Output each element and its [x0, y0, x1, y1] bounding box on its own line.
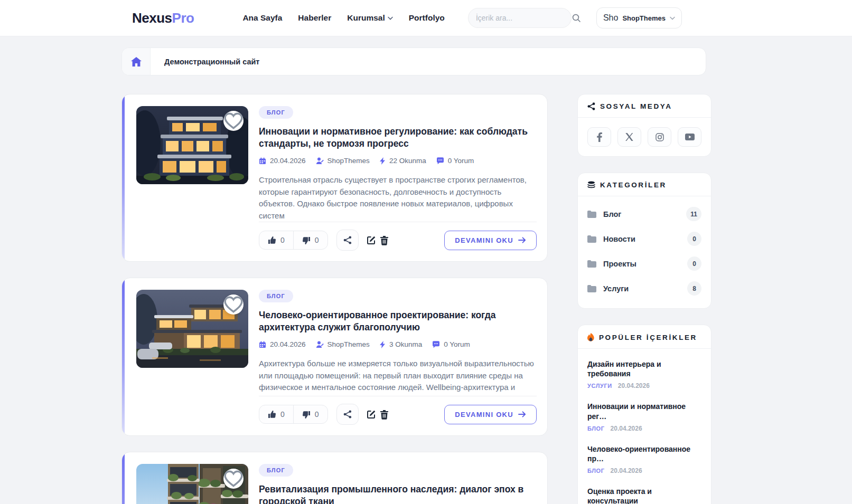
nav-item-ana-sayfa[interactable]: Ana Sayfa [242, 13, 282, 23]
share-button[interactable] [336, 230, 359, 251]
category-count-badge: 0 [687, 232, 701, 246]
trash-icon [380, 410, 389, 420]
post-list: БЛОГ Инновации и нормативное регулирован… [121, 94, 548, 504]
logo-part-2: Pro [172, 10, 194, 26]
post-title[interactable]: Инновации и нормативное регулирование: к… [259, 126, 537, 150]
chevron-down-icon [388, 16, 393, 20]
categories-box: KATEGORİLER Блог 11 Новости 0 Проекты 0 [577, 173, 711, 309]
calendar-icon [259, 157, 266, 165]
post-date: 20.04.2026 [259, 340, 306, 348]
layers-icon [587, 181, 595, 189]
search-input[interactable] [476, 14, 572, 22]
breadcrumb-current: Демонстрационный сайт [164, 58, 259, 66]
facebook-button[interactable] [587, 127, 611, 147]
popular-item-category: БЛОГ [587, 425, 605, 432]
category-badge[interactable]: БЛОГ [259, 464, 293, 477]
folder-icon [587, 235, 596, 243]
edit-button[interactable] [366, 410, 376, 420]
categories-header: KATEGORİLER [578, 173, 711, 196]
thumbs-down-icon [302, 236, 311, 244]
social-media-header: SOSYAL MEDYA [578, 94, 711, 118]
post-image-green-building[interactable] [136, 464, 248, 504]
social-buttons [578, 118, 711, 156]
theme-selector-value: ShopThemes [622, 14, 666, 22]
dislike-button[interactable]: 0 [293, 405, 327, 423]
instagram-icon [656, 133, 664, 141]
arrow-right-icon [518, 411, 526, 417]
breadcrumb-home-button[interactable] [122, 48, 151, 75]
category-badge[interactable]: БЛОГ [259, 290, 293, 302]
popular-item-category: УСЛУГИ [587, 383, 612, 389]
like-button[interactable]: 0 [259, 231, 293, 249]
card-accent-bar [122, 94, 125, 261]
breadcrumb: Демонстрационный сайт [121, 47, 706, 75]
edit-icon [366, 410, 376, 420]
share-button[interactable] [336, 404, 359, 425]
favorite-button[interactable] [223, 294, 244, 315]
social-media-box: SOSYAL MEDYA [577, 94, 711, 157]
post-meta: 20.04.2026 ShopThemes 3 Okunma 0 Yorum [259, 340, 537, 348]
search-box [468, 8, 572, 28]
trash-icon [380, 235, 389, 245]
post-image-dusk-house[interactable] [136, 290, 248, 368]
popular-item-3[interactable]: Человеко-ориентированное пр… БЛОГ20.04.2… [587, 438, 701, 480]
search-icon[interactable] [572, 13, 581, 23]
category-count-badge: 0 [687, 256, 701, 271]
author-icon [316, 341, 324, 348]
post-comments: 0 Yorum [432, 340, 470, 348]
popular-item-4[interactable]: Оценка проекта и консультации УСЛУГИ20.0… [587, 480, 701, 504]
category-item-news[interactable]: Новости 0 [587, 226, 701, 251]
favorite-button[interactable] [223, 111, 244, 131]
x-twitter-button[interactable] [617, 127, 641, 147]
read-more-button[interactable]: DEVAMINI OKU [444, 405, 537, 424]
category-item-blog[interactable]: Блог 11 [587, 202, 701, 226]
favorite-button[interactable] [223, 469, 244, 489]
category-badge[interactable]: БЛОГ [259, 106, 293, 119]
popular-item-date: 20.04.2026 [618, 382, 650, 389]
popular-item-1[interactable]: Дизайн интерьера и требования УСЛУГИ20.0… [587, 353, 701, 395]
popular-item-date: 20.04.2026 [611, 467, 642, 474]
post-title[interactable]: Ревитализация промышленного наследия: ди… [259, 483, 537, 504]
nav-item-portfolyo[interactable]: Portfolyo [409, 13, 445, 23]
post-author: ShopThemes [316, 157, 370, 165]
arrow-right-icon [518, 237, 526, 243]
share-nodes-icon [343, 236, 352, 244]
post-excerpt: Архитектура больше не измеряется только … [259, 358, 537, 394]
main-nav: Ana Sayfa Haberler Kurumsal Portfolyo [242, 13, 444, 23]
post-reads: 22 Okunma [380, 157, 426, 165]
popular-title: POPÜLER İÇERİKLER [599, 334, 697, 341]
theme-selector-clipped-text: Sho [603, 13, 618, 23]
like-button[interactable]: 0 [259, 405, 293, 423]
site-header: NexusPro Ana Sayfa Haberler Kurumsal Por… [0, 0, 852, 36]
comment-icon [432, 341, 440, 348]
popular-header: POPÜLER İÇERİKLER [578, 325, 711, 349]
category-list: Блог 11 Новости 0 Проекты 0 Услуги 8 [578, 196, 711, 308]
post-image-night-villa[interactable] [136, 106, 248, 184]
popular-item-category: БЛОГ [587, 468, 605, 474]
popular-item-2[interactable]: Инновации и нормативное рег… БЛОГ20.04.2… [587, 395, 701, 438]
theme-selector[interactable]: Sho ShopThemes [596, 7, 682, 28]
youtube-icon [685, 134, 695, 140]
post-card-2: БЛОГ Человеко-ориентированное проектиров… [121, 278, 548, 436]
instagram-button[interactable] [648, 127, 671, 147]
bolt-icon [380, 341, 386, 348]
site-logo[interactable]: NexusPro [132, 10, 194, 26]
thumbs-up-icon [268, 236, 276, 244]
delete-button[interactable] [380, 235, 389, 245]
category-item-projects[interactable]: Проекты 0 [587, 251, 701, 276]
thumbs-up-icon [268, 411, 276, 419]
read-more-button[interactable]: DEVAMINI OKU [444, 231, 537, 250]
youtube-button[interactable] [678, 127, 701, 147]
post-meta: 20.04.2026 ShopThemes 22 Okunma 0 Yorum [259, 157, 537, 165]
post-title[interactable]: Человеко-ориентированное проектирование:… [259, 309, 537, 334]
category-item-services[interactable]: Услуги 8 [587, 276, 701, 301]
nav-item-haberler[interactable]: Haberler [298, 13, 331, 23]
categories-title: KATEGORİLER [600, 181, 667, 189]
delete-button[interactable] [380, 410, 389, 420]
dislike-button[interactable]: 0 [293, 231, 327, 249]
logo-part-1: Nexus [132, 10, 172, 26]
folder-icon [587, 285, 596, 292]
edit-button[interactable] [366, 235, 376, 245]
social-media-title: SOSYAL MEDYA [600, 102, 672, 110]
nav-item-kurumsal[interactable]: Kurumsal [347, 13, 393, 23]
